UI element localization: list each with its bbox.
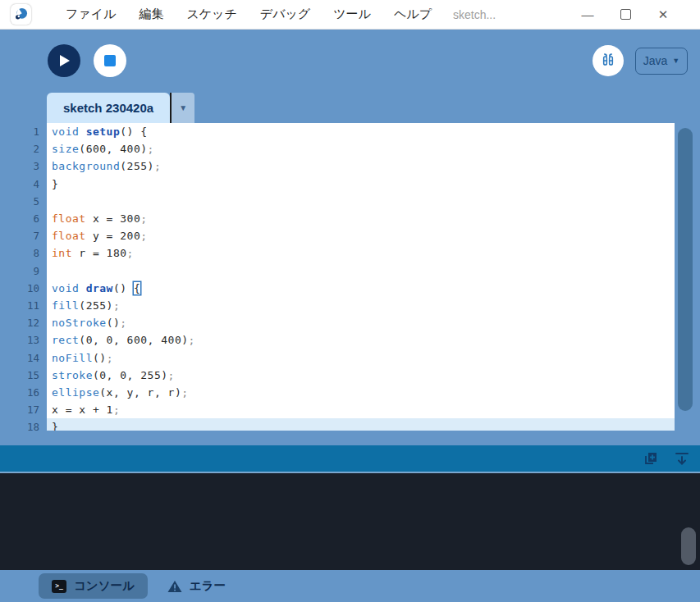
chevron-down-icon: ▼ (672, 57, 679, 65)
sketch-tab-bar: sketch 230420a ▼ (0, 92, 700, 123)
line-number: 12 (0, 314, 47, 331)
line-number: 5 (0, 193, 47, 210)
tab-console[interactable]: >_コンソール (39, 573, 148, 599)
code-line-text: rect(0, 0, 600, 400); (47, 331, 195, 349)
sketch-tab-label: sketch 230420a (63, 101, 153, 115)
clear-console-button[interactable] (641, 449, 661, 468)
processing-logo-icon (11, 4, 31, 25)
copy-plus-icon (643, 450, 659, 467)
chevron-down-icon: ▼ (179, 103, 187, 112)
terminal-icon: >_ (52, 580, 66, 593)
bottom-tab-bar: >_コンソールエラー (0, 570, 700, 602)
bottom-tab-label: エラー (190, 578, 226, 594)
maximize-button[interactable] (606, 2, 644, 27)
scroll-to-bottom-button[interactable] (672, 449, 692, 468)
tab-errors[interactable]: エラー (154, 573, 239, 599)
line-number: 11 (0, 297, 47, 314)
code-line-text: } (47, 176, 58, 193)
arrow-down-to-line-icon (675, 450, 689, 467)
code-line: 16ellipse(x, y, r, r); (0, 384, 675, 401)
code-line: 9 (0, 262, 675, 280)
line-number: 14 (0, 349, 47, 366)
line-number: 3 (0, 157, 47, 175)
code-line: 11fill(255); (0, 297, 675, 314)
code-line: 3background(255); (0, 157, 675, 175)
code-text-area[interactable]: 1void setup() {2size(600, 400);3backgrou… (0, 123, 675, 431)
editor-scrollbar (675, 123, 700, 431)
code-line-text: fill(255); (47, 297, 120, 314)
console-scrollbar-thumb[interactable] (681, 527, 696, 565)
code-line: 4} (0, 176, 675, 193)
code-editor: 1void setup() {2size(600, 400);3backgrou… (0, 123, 700, 431)
code-line-text: x = x + 1; (47, 401, 120, 418)
menu-item-1[interactable]: 編集 (127, 2, 175, 27)
minimize-button[interactable]: — (569, 2, 606, 27)
line-number: 18 (0, 418, 47, 431)
code-line-text: float y = 200; (47, 227, 148, 244)
code-line: 18} (0, 418, 675, 431)
code-line-text (47, 262, 52, 280)
mode-selector-button[interactable]: Java ▼ (635, 48, 688, 75)
code-line: 8int r = 180; (0, 244, 675, 262)
tab-sketch[interactable]: sketch 230420a (47, 93, 170, 123)
line-number: 1 (0, 123, 47, 140)
title-bar: ファイル編集スケッチデバッグツールヘルプ sketch... — ✕ (0, 0, 700, 30)
line-number: 6 (0, 210, 47, 227)
code-line-text: void setup() { (47, 123, 148, 140)
maximize-icon (620, 9, 631, 20)
stop-button[interactable] (94, 44, 126, 77)
code-line: 12noStroke(); (0, 314, 675, 331)
code-line: 5 (0, 193, 675, 210)
line-number: 9 (0, 262, 47, 280)
line-number: 2 (0, 140, 47, 157)
processing-ide-window: ファイル編集スケッチデバッグツールヘルプ sketch... — ✕ (0, 0, 700, 602)
editor-scrollbar-thumb[interactable] (678, 128, 693, 411)
play-icon (58, 54, 71, 67)
line-number: 4 (0, 176, 47, 193)
line-number: 7 (0, 227, 47, 244)
menu-item-3[interactable]: デバッグ (249, 2, 322, 27)
console-output[interactable] (0, 473, 700, 570)
code-line: 17x = x + 1; (0, 401, 675, 418)
window-controls: — ✕ (569, 2, 700, 27)
menu-item-0[interactable]: ファイル (54, 2, 127, 27)
line-number: 17 (0, 401, 47, 418)
code-line: 6float x = 300; (0, 210, 675, 227)
code-line-text: int r = 180; (47, 244, 134, 262)
code-line: 2size(600, 400); (0, 140, 675, 157)
menu-item-4[interactable]: ツール (322, 2, 382, 27)
code-line-text: noFill(); (47, 349, 113, 366)
code-line: 14noFill(); (0, 349, 675, 366)
tab-menu-button[interactable]: ▼ (172, 93, 194, 123)
warning-icon (167, 580, 182, 593)
window-title: sketch... (453, 8, 496, 21)
stop-icon (104, 55, 116, 66)
line-number: 8 (0, 244, 47, 262)
code-line-text: background(255); (47, 157, 161, 175)
toolbar: Java ▼ (0, 30, 700, 92)
code-line-text: float x = 300; (47, 210, 148, 227)
code-line-text: void draw() { (47, 280, 140, 297)
line-number: 16 (0, 384, 47, 401)
run-button[interactable] (48, 44, 80, 77)
line-number: 15 (0, 367, 47, 384)
code-line-text: ellipse(x, y, r, r); (47, 384, 189, 401)
bottom-tab-label: コンソール (74, 578, 135, 594)
debug-button[interactable] (592, 45, 624, 76)
code-line: 1void setup() { (0, 123, 675, 140)
menu-item-2[interactable]: スケッチ (175, 2, 248, 27)
code-line-text (47, 193, 52, 210)
close-button[interactable]: ✕ (644, 2, 682, 27)
mode-label: Java (643, 54, 668, 67)
menu-item-5[interactable]: ヘルプ (382, 2, 443, 27)
line-number: 13 (0, 331, 47, 349)
line-number: 10 (0, 280, 47, 297)
code-line-text: } (47, 418, 58, 431)
menu-bar: ファイル編集スケッチデバッグツールヘルプ (54, 2, 443, 27)
console-header (0, 445, 700, 473)
code-line: 15stroke(0, 0, 255); (0, 367, 675, 384)
splitter[interactable] (0, 431, 700, 445)
code-line-text: stroke(0, 0, 255); (47, 367, 175, 384)
code-line: 10void draw() { (0, 280, 675, 297)
code-line-text: noStroke(); (47, 314, 127, 331)
